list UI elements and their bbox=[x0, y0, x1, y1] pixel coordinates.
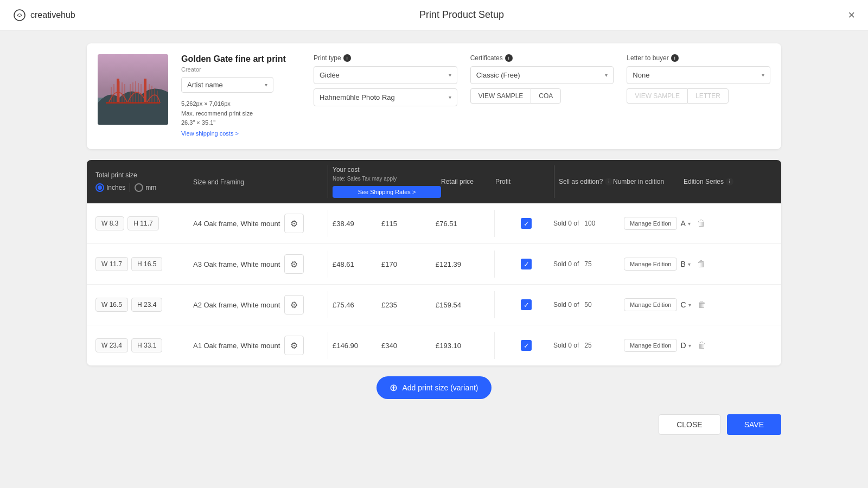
certificates-group: Certificates i Classic (Free) ▾ VIEW SAM… bbox=[470, 54, 614, 138]
footer-actions: CLOSE SAVE bbox=[87, 410, 781, 444]
th-separator-1 bbox=[328, 165, 328, 198]
view-sample2-button[interactable]: VIEW SAMPLE bbox=[627, 88, 687, 104]
sell-edition-checkbox-1[interactable]: ✓ bbox=[521, 259, 532, 269]
add-variant-button[interactable]: ⊕ Add print size (variant) bbox=[376, 376, 491, 399]
height-box-2[interactable]: H 23.4 bbox=[131, 298, 162, 312]
main-content: Golden Gate fine art print Creator Artis… bbox=[0, 30, 868, 488]
units-row: Inches mm bbox=[95, 183, 193, 192]
inches-radio[interactable] bbox=[95, 183, 104, 192]
delete-row-button-3[interactable]: 🗑 bbox=[694, 338, 710, 353]
series-select-0[interactable]: A ▾ bbox=[680, 219, 690, 228]
width-box-2[interactable]: W 16.5 bbox=[95, 298, 128, 312]
certificates-select[interactable]: Classic (Free) ▾ bbox=[470, 66, 614, 84]
see-shipping-button[interactable]: See Shipping Rates > bbox=[333, 186, 441, 198]
width-box-3[interactable]: W 23.4 bbox=[95, 338, 128, 352]
gear-button-2[interactable]: ⚙ bbox=[284, 295, 304, 314]
cert-buttons: VIEW SAMPLE COA bbox=[470, 88, 614, 104]
series-select-3[interactable]: D ▾ bbox=[680, 341, 691, 350]
sell-edition-checkbox-2[interactable]: ✓ bbox=[521, 299, 532, 310]
print-type-chevron-icon: ▾ bbox=[449, 72, 451, 78]
cell-sep-1-0 bbox=[328, 210, 328, 237]
letter-button[interactable]: LETTER bbox=[687, 88, 729, 104]
table-row: W 23.4 H 33.1 A1 Oak frame, White mount … bbox=[87, 325, 781, 365]
gear-button-0[interactable]: ⚙ bbox=[284, 214, 304, 233]
delete-row-button-2[interactable]: 🗑 bbox=[694, 297, 710, 312]
manage-edition-button-0[interactable]: Manage Edition bbox=[624, 217, 677, 230]
view-sample-button[interactable]: VIEW SAMPLE bbox=[470, 88, 531, 104]
top-bar: creativehub Print Product Setup × bbox=[0, 0, 868, 30]
manage-edition-button-2[interactable]: Manage Edition bbox=[624, 298, 677, 311]
sell-edition-checkbox-3[interactable]: ✓ bbox=[521, 340, 532, 351]
series-select-1[interactable]: B ▾ bbox=[680, 260, 690, 268]
cell-cost-2: £75.46 bbox=[333, 301, 381, 309]
width-box-0[interactable]: W 8.3 bbox=[95, 216, 124, 230]
add-variant-section: ⊕ Add print size (variant) bbox=[87, 376, 781, 399]
cell-retail-1: £170 bbox=[381, 260, 436, 268]
th-cost-section: Your cost Note: Sales Tax may apply See … bbox=[333, 166, 441, 198]
artist-select[interactable]: Artist name ▾ bbox=[181, 77, 273, 93]
cell-size-0: W 8.3 H 11.7 bbox=[95, 216, 193, 230]
plus-circle-icon: ⊕ bbox=[390, 382, 398, 394]
paper-select[interactable]: Hahnemühle Photo Rag ▾ bbox=[314, 88, 457, 106]
logo: creativehub bbox=[13, 9, 75, 22]
print-type-select[interactable]: Giclée ▾ bbox=[314, 66, 457, 84]
delete-row-button-0[interactable]: 🗑 bbox=[694, 216, 709, 231]
cert-chevron-icon: ▾ bbox=[605, 72, 608, 78]
cell-profit-1: £121.39 bbox=[436, 260, 490, 268]
th-sell-edition: Sell as edition? i bbox=[559, 178, 613, 185]
table-body: W 8.3 H 11.7 A4 Oak frame, White mount ⚙… bbox=[87, 203, 781, 365]
cell-size-3: W 23.4 H 33.1 bbox=[95, 338, 193, 352]
unit-separator bbox=[130, 183, 130, 192]
height-box-1[interactable]: H 16.5 bbox=[131, 257, 162, 271]
coa-button[interactable]: COA bbox=[531, 88, 561, 104]
cell-cost-3: £146.90 bbox=[333, 342, 381, 350]
framing-label-1: A3 Oak frame, White mount bbox=[193, 260, 280, 268]
cell-retail-2: £235 bbox=[381, 301, 436, 309]
sell-edition-info-icon[interactable]: i bbox=[605, 178, 612, 185]
logo-icon bbox=[13, 9, 26, 22]
cell-edition-series-3: Manage Edition D ▾ 🗑 bbox=[624, 338, 773, 353]
cell-size-1: W 11.7 H 16.5 bbox=[95, 257, 193, 271]
manage-edition-button-1[interactable]: Manage Edition bbox=[624, 258, 677, 271]
close-x-button[interactable]: × bbox=[848, 9, 855, 21]
view-shipping-link[interactable]: View shipping costs > bbox=[181, 129, 239, 139]
cell-framing-1: A3 Oak frame, White mount ⚙ bbox=[193, 254, 323, 274]
pixel-dims: 5,262px × 7,016px bbox=[181, 99, 301, 109]
letter-select[interactable]: None ▾ bbox=[627, 66, 770, 84]
th-cost-note: Note: Sales Tax may apply bbox=[333, 176, 441, 182]
sell-edition-checkbox-0[interactable]: ✓ bbox=[521, 218, 532, 229]
series-chevron-icon-0: ▾ bbox=[688, 221, 691, 227]
cell-edition-series-0: Manage Edition A ▾ 🗑 bbox=[624, 216, 773, 231]
inches-label[interactable]: Inches bbox=[106, 184, 125, 191]
cell-framing-3: A1 Oak frame, White mount ⚙ bbox=[193, 336, 323, 355]
th-retail-price: Retail price bbox=[441, 178, 495, 185]
height-box-3[interactable]: H 33.1 bbox=[131, 338, 162, 352]
cell-size-2: W 16.5 H 23.4 bbox=[95, 298, 193, 312]
cell-sell-edition-3: ✓ bbox=[499, 340, 553, 351]
letter-to-buyer-label: Letter to buyer i bbox=[627, 54, 770, 62]
certificates-info-icon[interactable]: i bbox=[505, 54, 513, 62]
product-image bbox=[98, 54, 168, 125]
series-select-2[interactable]: C ▾ bbox=[680, 300, 691, 309]
edition-series-info-icon[interactable]: i bbox=[726, 178, 733, 185]
cell-retail-3: £340 bbox=[381, 342, 436, 350]
save-button[interactable]: SAVE bbox=[727, 414, 781, 435]
print-type-info-icon[interactable]: i bbox=[343, 54, 351, 62]
artist-name: Artist name bbox=[187, 81, 223, 89]
gear-button-3[interactable]: ⚙ bbox=[284, 336, 304, 355]
table-row: W 16.5 H 23.4 A2 Oak frame, White mount … bbox=[87, 285, 781, 325]
mm-radio[interactable] bbox=[135, 183, 143, 192]
manage-edition-button-3[interactable]: Manage Edition bbox=[624, 339, 677, 352]
gear-button-1[interactable]: ⚙ bbox=[284, 254, 304, 274]
letter-info-icon[interactable]: i bbox=[671, 54, 679, 62]
close-button[interactable]: CLOSE bbox=[659, 414, 720, 435]
cell-profit-2: £159.54 bbox=[436, 301, 490, 309]
cell-framing-0: A4 Oak frame, White mount ⚙ bbox=[193, 214, 323, 233]
width-box-1[interactable]: W 11.7 bbox=[95, 257, 128, 271]
print-type-label: Print type i bbox=[314, 54, 457, 62]
height-box-0[interactable]: H 11.7 bbox=[127, 216, 158, 230]
cell-sep-1-1 bbox=[328, 251, 328, 278]
delete-row-button-1[interactable]: 🗑 bbox=[694, 256, 709, 272]
mm-label[interactable]: mm bbox=[145, 184, 156, 191]
cell-profit-0: £76.51 bbox=[436, 220, 490, 228]
